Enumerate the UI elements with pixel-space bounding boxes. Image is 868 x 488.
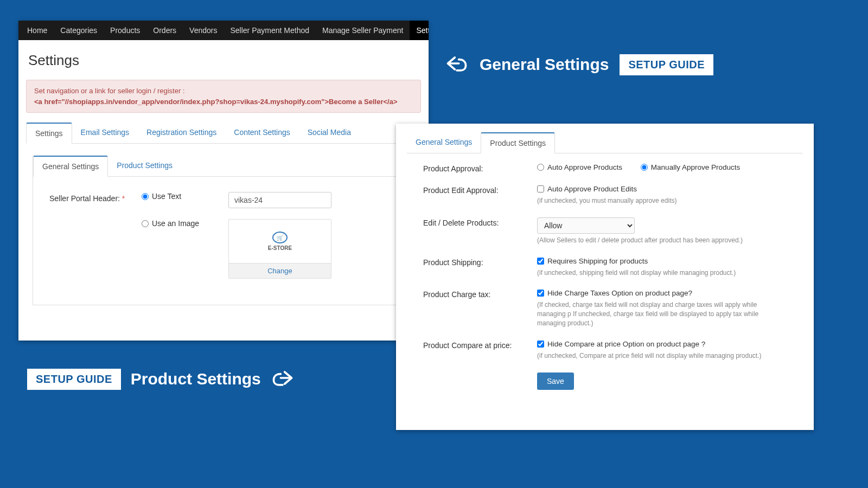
tab-email-settings[interactable]: Email Settings: [72, 123, 138, 144]
product-approval-label: Product Approval:: [423, 163, 537, 173]
radio-auto-approve[interactable]: Auto Approve Products: [537, 163, 622, 171]
tab-registration-settings[interactable]: Registration Settings: [138, 123, 225, 144]
inner-tabs: General Settings Product Settings: [33, 156, 414, 177]
product-settings-panel: General Settings Product Settings Produc…: [396, 124, 814, 430]
settings-panel: Home Categories Products Orders Vendors …: [18, 21, 429, 341]
nav-orders[interactable]: Orders: [146, 21, 183, 40]
rtab-general-settings[interactable]: General Settings: [407, 132, 481, 153]
checkbox-requires-shipping-input[interactable]: [537, 258, 544, 265]
alert-box: Set navigation or a link for seller logi…: [26, 80, 421, 113]
save-button[interactable]: Save: [537, 373, 574, 390]
nav-products[interactable]: Products: [104, 21, 146, 40]
footer-title: Product Settings: [131, 370, 261, 388]
tax-note: (If checked, charge tax field will not d…: [537, 300, 787, 328]
shipping-note: (if unchecked, shipping field will not d…: [537, 268, 787, 278]
footer-badge-row: SETUP GUIDE Product Settings: [27, 366, 295, 392]
checkbox-hide-tax[interactable]: Hide Charge Taxes Option on product page…: [537, 289, 692, 297]
rtab-product-settings[interactable]: Product Settings: [481, 132, 555, 153]
top-nav: Home Categories Products Orders Vendors …: [18, 21, 429, 40]
logo-text: E-STORE: [268, 245, 292, 251]
alert-code: <a href="//shopiapps.in/vendor_app/vendo…: [34, 97, 413, 107]
shipping-label: Product Shipping:: [423, 257, 537, 278]
point-left-icon: [445, 52, 469, 78]
nav-seller-payment-method[interactable]: Seller Payment Method: [224, 21, 316, 40]
cart-icon: 🛒: [272, 232, 288, 243]
checkbox-hide-compare[interactable]: Hide Compare at price Option on product …: [537, 340, 705, 348]
tab-content-settings[interactable]: Content Settings: [225, 123, 299, 144]
compare-note: (if unchecked, Compare at price field wi…: [537, 351, 787, 361]
logo-preview-box: 🛒 E-STORE Change: [228, 219, 331, 279]
outer-tabs: Settings Email Settings Registration Set…: [26, 123, 421, 144]
checkbox-auto-approve-edits[interactable]: Auto Approve Product Edits: [537, 185, 637, 193]
point-right-icon: [271, 366, 295, 392]
radio-auto-approve-input[interactable]: [537, 164, 544, 171]
edit-approval-label: Product Edit Approval:: [423, 185, 537, 206]
setup-guide-badge-top: SETUP GUIDE: [620, 54, 713, 75]
tab-settings[interactable]: Settings: [26, 123, 72, 144]
seller-portal-header-label: Seller Portal Header: *: [49, 192, 142, 203]
header-title: General Settings: [480, 55, 609, 74]
edit-approval-note: (if unchecked, you must manually approve…: [537, 196, 787, 206]
tab-general-settings[interactable]: General Settings: [33, 156, 108, 177]
header-badge-row: General Settings SETUP GUIDE: [445, 52, 713, 78]
nav-vendors[interactable]: Vendors: [183, 21, 224, 40]
edit-delete-note: (Allow Sellers to edit / delete product …: [537, 236, 787, 245]
radio-manual-approve-input[interactable]: [641, 164, 648, 171]
edit-delete-label: Edit / Delete Products:: [423, 217, 537, 245]
radio-use-image[interactable]: Use an Image: [142, 219, 228, 228]
checkbox-hide-compare-input[interactable]: [537, 341, 544, 348]
radio-manual-approve[interactable]: Manually Approve Products: [641, 163, 740, 171]
checkbox-hide-tax-input[interactable]: [537, 290, 544, 297]
tab-product-settings[interactable]: Product Settings: [108, 156, 181, 177]
header-text-input[interactable]: [228, 192, 331, 208]
change-image-button[interactable]: Change: [229, 263, 331, 278]
setup-guide-badge-bottom: SETUP GUIDE: [27, 369, 121, 390]
inner-panel: General Settings Product Settings Seller…: [33, 156, 414, 305]
general-settings-form: Seller Portal Header: * Use Text Use a: [33, 177, 414, 305]
right-tabs: General Settings Product Settings: [407, 132, 803, 153]
alert-line1: Set navigation or a link for seller logi…: [34, 86, 413, 97]
nav-categories[interactable]: Categories: [54, 21, 104, 40]
nav-manage-seller-payment[interactable]: Manage Seller Payment: [316, 21, 410, 40]
edit-delete-select[interactable]: Allow: [537, 217, 635, 234]
radio-use-text[interactable]: Use Text: [142, 192, 228, 201]
nav-settings[interactable]: Settings: [410, 21, 429, 40]
radio-use-text-input[interactable]: [142, 193, 149, 200]
logo-preview: 🛒 E-STORE: [229, 220, 331, 263]
page-title: Settings: [18, 40, 429, 80]
checkbox-requires-shipping[interactable]: Requires Shipping for products: [537, 257, 648, 265]
compare-label: Product Compare at price:: [423, 340, 537, 361]
tax-label: Product Charge tax:: [423, 289, 537, 328]
tab-social-media[interactable]: Social Media: [299, 123, 360, 144]
nav-home[interactable]: Home: [21, 21, 54, 40]
checkbox-auto-approve-edits-input[interactable]: [537, 185, 544, 192]
radio-use-image-input[interactable]: [142, 220, 149, 227]
